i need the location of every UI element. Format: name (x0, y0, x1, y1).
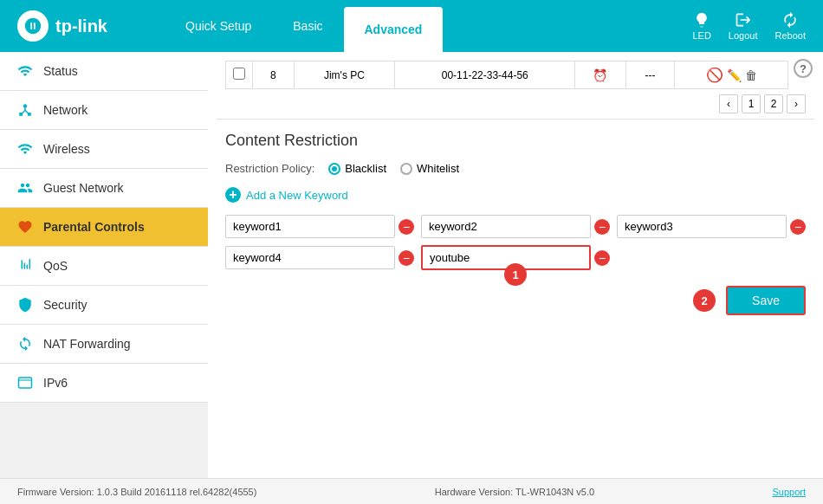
sidebar-item-network-label: Network (43, 103, 87, 117)
sidebar-item-status-label: Status (43, 64, 78, 78)
table-row-actions: 🚫 ✏️ 🗑 (682, 67, 781, 83)
tab-basic[interactable]: Basic (272, 0, 343, 52)
reboot-label: Reboot (775, 30, 806, 41)
led-label: LED (692, 30, 710, 41)
logo-icon (17, 10, 49, 42)
row-checkbox[interactable] (233, 68, 245, 80)
annotation-1: 1 (504, 263, 527, 286)
add-keyword-icon: + (225, 187, 241, 203)
content-restriction-section: Content Restriction Restriction Policy: … (208, 120, 823, 333)
remove-keyword-2-button[interactable]: − (594, 219, 610, 235)
restriction-policy-row: Restriction Policy: Blacklist Whitelist (225, 162, 806, 175)
reboot-button[interactable]: Reboot (775, 11, 806, 41)
save-button[interactable]: Save (726, 286, 806, 315)
footer: Firmware Version: 1.0.3 Build 20161118 r… (0, 478, 823, 504)
firmware-info: Firmware Version: 1.0.3 Build 20161118 r… (17, 487, 256, 497)
prev-page-button[interactable]: ‹ (719, 94, 738, 113)
keyword-input-2[interactable] (421, 215, 591, 238)
block-icon[interactable]: 🚫 (706, 67, 723, 83)
sidebar-item-qos-label: QoS (43, 259, 68, 273)
content-restriction-title: Content Restriction (225, 132, 806, 150)
row-number: 8 (253, 61, 295, 89)
keyword-input-1[interactable] (225, 215, 395, 238)
nat-icon (17, 336, 33, 352)
svg-rect-0 (19, 378, 32, 388)
keyword-item-1: − (225, 215, 414, 238)
sidebar-item-ipv6[interactable]: IPv6 (0, 364, 208, 403)
save-area: 2 Save (225, 286, 806, 315)
sidebar-item-guest-network[interactable]: Guest Network (0, 169, 208, 208)
sidebar-item-security-label: Security (43, 298, 87, 312)
annotation-2: 2 (693, 289, 716, 312)
row-time: --- (625, 61, 675, 89)
remove-keyword-5-button[interactable]: − (594, 250, 610, 266)
pagination: ‹ 1 2 › (208, 89, 823, 119)
logout-label: Logout (729, 30, 758, 41)
sidebar-item-nat-label: NAT Forwarding (43, 337, 131, 351)
ipv6-icon (17, 375, 33, 391)
sidebar-item-parental-label: Parental Controls (43, 220, 145, 234)
logo-text: tp-link (55, 16, 107, 36)
nav-tabs: Quick Setup Basic Advanced (165, 0, 692, 52)
page-2-button[interactable]: 2 (764, 94, 783, 113)
sidebar-item-nat-forwarding[interactable]: NAT Forwarding (0, 325, 208, 364)
wireless-icon (17, 141, 33, 157)
sidebar-item-network[interactable]: Network (0, 91, 208, 130)
edit-icon[interactable]: ✏️ (727, 68, 742, 82)
remove-keyword-4-button[interactable]: − (399, 250, 414, 266)
radio-group: Blacklist Whitelist (328, 162, 459, 175)
delete-icon[interactable]: 🗑 (745, 68, 757, 82)
device-table: 8 Jim's PC 00-11-22-33-44-56 ⏰ --- 🚫 ✏️ … (225, 61, 788, 89)
remove-keyword-1-button[interactable]: − (399, 219, 414, 235)
remove-keyword-3-button[interactable]: − (790, 219, 806, 235)
sidebar-item-wireless[interactable]: Wireless (0, 130, 208, 169)
sidebar: Status Network Wireless Guest Network Pa… (0, 52, 208, 478)
page-1-button[interactable]: 1 (742, 94, 761, 113)
keyword-item-2: − (421, 215, 610, 238)
tab-advanced[interactable]: Advanced (344, 7, 444, 52)
clock-icon: ⏰ (593, 68, 607, 82)
blacklist-label: Blacklist (345, 162, 386, 175)
led-button[interactable]: LED (692, 11, 710, 41)
add-keyword-row[interactable]: + Add a New Keyword (225, 187, 806, 203)
sidebar-item-parental-controls[interactable]: Parental Controls (0, 208, 208, 247)
tab-quick-setup[interactable]: Quick Setup (165, 0, 272, 52)
qos-icon (17, 258, 33, 274)
hardware-info: Hardware Version: TL-WR1043N v5.0 (435, 487, 594, 497)
support-link[interactable]: Support (772, 487, 806, 497)
sidebar-item-ipv6-label: IPv6 (43, 376, 68, 390)
blacklist-radio[interactable]: Blacklist (328, 162, 386, 175)
sidebar-item-qos[interactable]: QoS (0, 247, 208, 286)
sidebar-item-status[interactable]: Status (0, 52, 208, 91)
keyword-item-5: − 1 (421, 245, 610, 270)
security-icon (17, 297, 33, 313)
help-icon[interactable]: ? (794, 59, 813, 78)
sidebar-item-guest-network-label: Guest Network (43, 181, 124, 195)
keyword-item-4: − (225, 246, 414, 269)
keyword-input-4[interactable] (225, 246, 395, 269)
sidebar-item-wireless-label: Wireless (43, 142, 90, 156)
sidebar-item-security[interactable]: Security (0, 286, 208, 325)
add-keyword-label: Add a New Keyword (246, 189, 348, 202)
restriction-policy-label: Restriction Policy: (225, 162, 314, 175)
row-mac: 00-11-22-33-44-56 (395, 61, 575, 89)
keyword-input-youtube[interactable] (421, 245, 591, 270)
logout-button[interactable]: Logout (729, 11, 758, 41)
main-content: ? 8 Jim's PC 00-11-22-33-44-56 ⏰ --- (208, 52, 823, 478)
parental-icon (17, 219, 33, 235)
row-device: Jim's PC (294, 61, 395, 89)
network-icon (17, 102, 33, 118)
keyword-input-3[interactable] (617, 215, 787, 238)
whitelist-radio[interactable]: Whitelist (400, 162, 459, 175)
status-icon (17, 63, 33, 79)
logo: tp-link (17, 10, 165, 42)
guest-network-icon (17, 180, 33, 196)
next-page-button[interactable]: › (787, 94, 806, 113)
header: tp-link Quick Setup Basic Advanced LED L… (0, 0, 823, 52)
whitelist-label: Whitelist (417, 162, 459, 175)
header-actions: LED Logout Reboot (692, 11, 806, 41)
keyword-item-3: − (617, 215, 806, 238)
